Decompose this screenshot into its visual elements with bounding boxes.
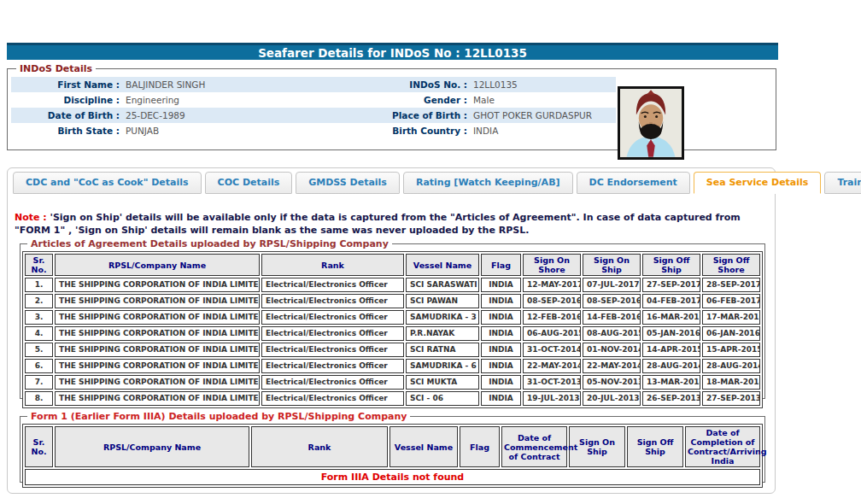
column-header-sign-off-ship: Sign Off Ship bbox=[627, 426, 683, 467]
gender-label: Gender : bbox=[348, 92, 470, 108]
first-name-label: First Name : bbox=[11, 77, 122, 92]
indos-details-legend: INDoS Details bbox=[16, 63, 96, 74]
birth-country-label: Birth Country : bbox=[348, 123, 470, 138]
table-cell: THE SHIPPING CORPORATION OF INDIA LIMITE… bbox=[55, 391, 260, 406]
table-row: 6.THE SHIPPING CORPORATION OF INDIA LIMI… bbox=[25, 359, 760, 373]
table-cell: 16-MAR-2016 bbox=[642, 310, 700, 325]
page-title: Seafarer Details for INDoS No : 12LL0135 bbox=[7, 43, 778, 60]
table-cell: 1. bbox=[25, 278, 53, 292]
column-header-vessel: Vessel Name bbox=[390, 426, 458, 467]
table-cell: INDIA bbox=[481, 294, 521, 308]
table-cell: 12-FEB-2016 bbox=[523, 310, 581, 325]
table-row: 5.THE SHIPPING CORPORATION OF INDIA LIMI… bbox=[25, 343, 760, 357]
table-cell: 17-MAR-2016 bbox=[702, 310, 760, 325]
table-cell: THE SHIPPING CORPORATION OF INDIA LIMITE… bbox=[55, 278, 260, 292]
table-cell: Electrical/Electronics Officer bbox=[261, 310, 404, 325]
table-cell: 7. bbox=[25, 375, 53, 390]
table-row: 4.THE SHIPPING CORPORATION OF INDIA LIMI… bbox=[25, 326, 760, 341]
table-cell: 31-OCT-2014 bbox=[523, 343, 581, 357]
column-header-rank: Rank bbox=[261, 254, 404, 276]
column-header-sr-no: Sr. No. bbox=[25, 254, 53, 276]
table-cell: 14-FEB-2016 bbox=[583, 310, 641, 325]
note-prefix: Note : bbox=[15, 212, 47, 223]
tab-cdc-coc-as-cook-details[interactable]: CDC and "CoC as Cook" Details bbox=[13, 172, 202, 194]
indos-no-label: INDoS No. : bbox=[348, 77, 470, 92]
gender-value: Male bbox=[470, 92, 616, 108]
table-cell: THE SHIPPING CORPORATION OF INDIA LIMITE… bbox=[55, 294, 260, 308]
table-cell: INDIA bbox=[481, 326, 521, 341]
table-cell: 22-MAY-2014 bbox=[583, 359, 641, 373]
tab-coc-details[interactable]: COC Details bbox=[205, 172, 293, 194]
table-cell: 08-SEP-2016 bbox=[583, 294, 641, 308]
tab-dc-endorsement[interactable]: DC Endorsement bbox=[577, 172, 690, 194]
indos-no-value: 12LL0135 bbox=[470, 77, 616, 92]
table-cell: Electrical/Electronics Officer bbox=[261, 343, 404, 357]
table-cell: Electrical/Electronics Officer bbox=[261, 278, 404, 292]
table-cell: 04-FEB-2017 bbox=[642, 294, 700, 308]
table-cell: 07-JUL-2017 bbox=[583, 278, 641, 292]
table-cell: THE SHIPPING CORPORATION OF INDIA LIMITE… bbox=[55, 343, 260, 357]
table-cell: 12-MAY-2017 bbox=[523, 278, 581, 292]
sign-on-ship-note: Note : 'Sign on Ship' details will be av… bbox=[15, 211, 770, 237]
table-cell: SAMUDRIKA - 6 bbox=[406, 359, 479, 373]
table-cell: INDIA bbox=[481, 310, 521, 325]
column-header-sign-on-ship: Sign On Ship bbox=[583, 254, 641, 276]
table-cell: Electrical/Electronics Officer bbox=[261, 294, 404, 308]
form1-empty-message: Form IIIA Details not found bbox=[25, 469, 760, 485]
birth-country-value: INDIA bbox=[470, 123, 616, 138]
articles-of-agreement-fieldset: Articles of Agreement Details uploaded b… bbox=[20, 238, 765, 399]
column-header-sign-off-shore: Sign Off Shore bbox=[702, 254, 760, 276]
column-header-flag: Flag bbox=[481, 254, 521, 276]
table-cell: 08-SEP-2016 bbox=[523, 294, 581, 308]
table-cell: 08-AUG-2015 bbox=[583, 326, 641, 341]
tab-sea-service-details[interactable]: Sea Service Details bbox=[694, 172, 822, 194]
table-cell: Electrical/Electronics Officer bbox=[261, 359, 404, 373]
tab-rating-watch-keeping-ab[interactable]: Rating [Watch Keeping/AB] bbox=[403, 172, 573, 194]
table-cell: 05-NOV-2013 bbox=[583, 375, 641, 390]
table-cell: 06-FEB-2017 bbox=[702, 294, 760, 308]
table-row: 2.THE SHIPPING CORPORATION OF INDIA LIMI… bbox=[25, 294, 760, 308]
table-cell: SCI PAWAN bbox=[406, 294, 479, 308]
table-cell: Electrical/Electronics Officer bbox=[261, 326, 404, 341]
indos-row-name: First Name : BALJINDER SINGH INDoS No. :… bbox=[11, 77, 616, 92]
agreement-table-body: 1.THE SHIPPING CORPORATION OF INDIA LIMI… bbox=[25, 278, 760, 406]
column-header-flag: Flag bbox=[460, 426, 500, 467]
table-cell: SCI - 06 bbox=[406, 391, 479, 406]
table-cell: SCI RATNA bbox=[406, 343, 479, 357]
table-cell: 15-APR-2015 bbox=[702, 343, 760, 357]
table-cell: INDIA bbox=[481, 375, 521, 390]
form1-table-header: Sr. No. RPSL/Company Name Rank Vessel Na… bbox=[25, 426, 760, 467]
table-cell: THE SHIPPING CORPORATION OF INDIA LIMITE… bbox=[55, 375, 260, 390]
birth-state-value: PUNJAB bbox=[122, 123, 348, 138]
indos-details-fieldset: INDoS Details First Name : BALJINDER SIN… bbox=[7, 63, 776, 150]
place-of-birth-value: GHOT POKER GURDASPUR bbox=[470, 108, 616, 123]
form1-empty-row: Form IIIA Details not found bbox=[25, 469, 760, 485]
table-cell: INDIA bbox=[481, 343, 521, 357]
table-row: 1.THE SHIPPING CORPORATION OF INDIA LIMI… bbox=[25, 278, 760, 292]
date-of-birth-value: 25-DEC-1989 bbox=[122, 108, 348, 123]
table-cell: 2. bbox=[25, 294, 53, 308]
table-cell: 28-AUG-2014 bbox=[702, 359, 760, 373]
table-cell: Electrical/Electronics Officer bbox=[261, 391, 404, 406]
table-cell: 28-SEP-2017 bbox=[702, 278, 760, 292]
articles-of-agreement-legend: Articles of Agreement Details uploaded b… bbox=[27, 238, 392, 249]
table-cell: 19-JUL-2013 bbox=[523, 391, 581, 406]
place-of-birth-label: Place of Birth : bbox=[348, 108, 470, 123]
table-row: 7.THE SHIPPING CORPORATION OF INDIA LIMI… bbox=[25, 375, 760, 390]
table-cell: SCI SARASWATI bbox=[406, 278, 479, 292]
table-row: 8.THE SHIPPING CORPORATION OF INDIA LIMI… bbox=[25, 391, 760, 406]
table-cell: 13-MAR-2014 bbox=[642, 375, 700, 390]
seafarer-photo bbox=[618, 86, 684, 160]
table-cell: Electrical/Electronics Officer bbox=[261, 375, 404, 390]
table-cell: P.R.NAYAK bbox=[406, 326, 479, 341]
table-cell: 14-APR-2015 bbox=[642, 343, 700, 357]
tab-gmdss-details[interactable]: GMDSS Details bbox=[296, 172, 400, 194]
tab-bar: CDC and "CoC as Cook" Details COC Detail… bbox=[13, 172, 861, 194]
table-cell: 6. bbox=[25, 359, 53, 373]
table-cell: 01-NOV-2014 bbox=[583, 343, 641, 357]
column-header-sign-on-shore: Sign On Shore bbox=[523, 254, 581, 276]
column-header-sign-off-ship: Sign Off Ship bbox=[642, 254, 700, 276]
tab-training-details[interactable]: Training Details bbox=[824, 172, 861, 194]
form1-fieldset: Form 1 (Earlier Form IIIA) Details uploa… bbox=[20, 411, 765, 483]
table-cell: 22-MAY-2014 bbox=[523, 359, 581, 373]
